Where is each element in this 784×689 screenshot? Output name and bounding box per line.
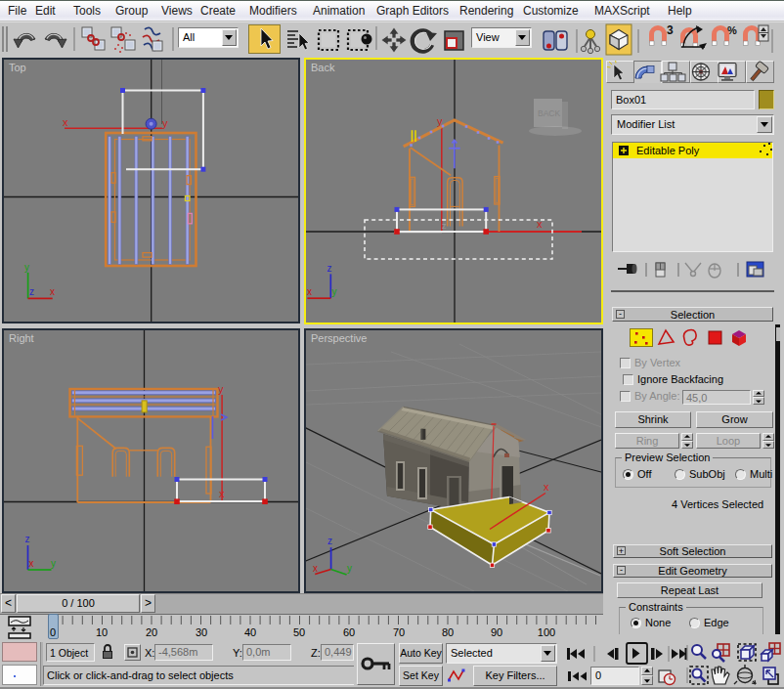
svg-text:100: 100 bbox=[538, 626, 555, 638]
svg-text:x: x bbox=[50, 286, 55, 297]
svg-text:50: 50 bbox=[293, 626, 305, 638]
svg-text:3: 3 bbox=[667, 23, 674, 37]
svg-text:z: z bbox=[327, 263, 332, 274]
svg-text:70: 70 bbox=[393, 626, 405, 638]
svg-text:x: x bbox=[29, 558, 34, 569]
svg-text:10: 10 bbox=[96, 626, 108, 638]
svg-text:z: z bbox=[29, 286, 34, 297]
svg-text:x: x bbox=[219, 488, 225, 499]
svg-text:30: 30 bbox=[196, 626, 207, 638]
svg-text:BACK: BACK bbox=[538, 108, 560, 118]
svg-text:y: y bbox=[332, 286, 337, 297]
svg-text:x: x bbox=[307, 286, 312, 297]
svg-text:y: y bbox=[218, 383, 224, 395]
svg-text:z: z bbox=[327, 536, 332, 546]
svg-text:x: x bbox=[63, 116, 68, 128]
svg-text:40: 40 bbox=[244, 626, 256, 638]
svg-text:x: x bbox=[313, 563, 318, 574]
svg-text:y: y bbox=[24, 262, 29, 273]
svg-text:%: % bbox=[727, 24, 737, 36]
svg-text:90: 90 bbox=[491, 626, 502, 638]
svg-text:x: x bbox=[544, 481, 549, 493]
svg-text:z: z bbox=[25, 534, 30, 544]
svg-text:y: y bbox=[162, 117, 168, 129]
svg-text:y: y bbox=[347, 563, 352, 574]
svg-text:80: 80 bbox=[442, 626, 454, 638]
svg-text:z: z bbox=[442, 221, 447, 231]
svg-text:60: 60 bbox=[343, 626, 355, 638]
svg-text:20: 20 bbox=[146, 626, 157, 638]
svg-text:y: y bbox=[51, 558, 56, 569]
